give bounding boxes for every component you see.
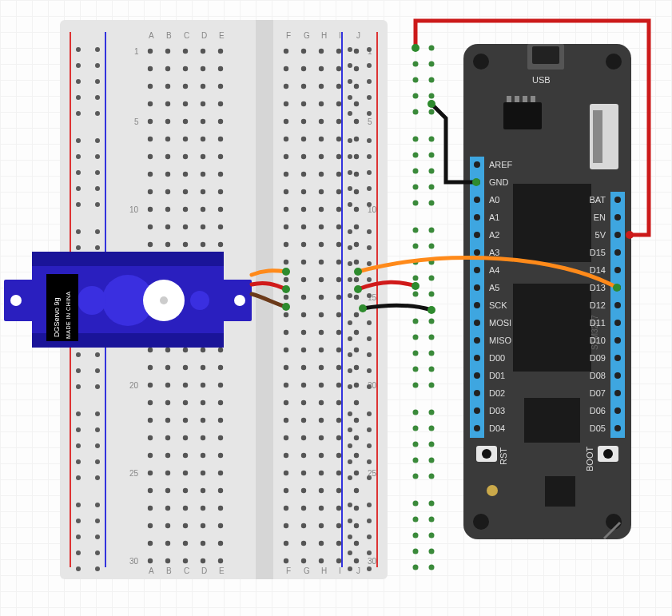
svg-point-322	[183, 541, 188, 546]
svg-point-375	[348, 186, 352, 191]
svg-point-582	[614, 390, 621, 396]
svg-text:H: H	[321, 31, 327, 40]
svg-point-106	[301, 154, 306, 159]
svg-point-513	[429, 517, 435, 523]
svg-point-185	[284, 295, 288, 300]
svg-point-551	[603, 449, 613, 459]
svg-point-303	[201, 506, 205, 511]
svg-point-434	[367, 459, 372, 464]
svg-point-499	[429, 383, 435, 388]
svg-point-256	[301, 418, 306, 423]
svg-point-230	[148, 383, 153, 387]
svg-point-98	[336, 137, 341, 141]
svg-point-514	[413, 533, 419, 539]
svg-point-177	[319, 277, 324, 282]
svg-point-521	[10, 295, 22, 306]
svg-point-437	[95, 475, 100, 480]
svg-point-440	[76, 503, 81, 507]
mcu-pin-d02: D02	[489, 388, 505, 398]
svg-text:J: J	[356, 566, 360, 575]
svg-point-390	[367, 261, 372, 266]
svg-point-186	[301, 295, 306, 300]
svg-point-398	[367, 293, 372, 298]
svg-point-150	[148, 242, 153, 247]
svg-point-501	[429, 410, 435, 415]
svg-point-168	[336, 260, 341, 264]
svg-text:H: H	[321, 566, 327, 575]
svg-text:5: 5	[134, 117, 139, 126]
svg-point-290	[148, 488, 153, 493]
svg-point-56	[301, 66, 306, 71]
svg-point-494	[413, 351, 419, 356]
svg-point-585	[412, 44, 420, 52]
usb-label: USB	[532, 75, 551, 85]
svg-point-310	[148, 523, 153, 528]
svg-rect-524	[32, 252, 224, 266]
svg-point-271	[165, 453, 170, 458]
svg-point-213	[201, 348, 205, 352]
svg-point-117	[319, 172, 324, 177]
svg-point-565	[474, 355, 480, 361]
svg-point-590	[412, 282, 420, 290]
svg-point-495	[429, 351, 435, 356]
svg-point-572	[614, 214, 621, 221]
svg-point-100	[148, 154, 153, 159]
svg-point-207	[319, 330, 324, 335]
svg-point-248	[336, 400, 341, 405]
svg-point-363	[348, 138, 352, 143]
svg-point-69	[354, 84, 359, 89]
mcu-chip-main	[513, 284, 591, 372]
svg-point-461	[429, 46, 435, 51]
svg-point-72	[183, 101, 188, 106]
svg-point-566	[474, 372, 480, 379]
mcu-board: USB STM32F7 RST BOOT AREFGNDA0A1A2A3A	[463, 44, 631, 539]
svg-point-199	[354, 312, 359, 317]
svg-point-456	[76, 566, 81, 571]
svg-point-74	[218, 101, 223, 106]
mcu-pin-sck: SCK	[489, 300, 507, 310]
svg-point-415	[348, 368, 352, 373]
svg-rect-542	[503, 102, 542, 129]
svg-point-450	[367, 535, 372, 539]
svg-point-50	[148, 66, 153, 71]
svg-point-469	[429, 109, 435, 115]
svg-point-588	[354, 285, 362, 293]
svg-point-279	[354, 453, 359, 458]
svg-point-151	[165, 242, 170, 247]
svg-point-222	[183, 365, 188, 370]
svg-point-358	[367, 111, 372, 116]
svg-point-362	[367, 138, 372, 143]
svg-point-146	[301, 225, 306, 229]
svg-point-443	[348, 503, 352, 507]
svg-point-462	[413, 62, 419, 67]
svg-point-482	[413, 244, 419, 249]
svg-point-81	[165, 119, 170, 124]
svg-point-307	[319, 506, 324, 511]
svg-point-58	[336, 66, 341, 71]
svg-point-101	[165, 154, 170, 159]
svg-point-366	[367, 154, 372, 159]
svg-point-394	[367, 277, 372, 282]
mcu-chip-3	[524, 398, 580, 443]
svg-point-463	[429, 62, 435, 67]
svg-point-503	[429, 426, 435, 431]
svg-point-195	[284, 312, 288, 317]
svg-text:E: E	[219, 566, 225, 575]
svg-point-109	[354, 154, 359, 159]
svg-point-132	[183, 207, 188, 212]
svg-point-169	[354, 260, 359, 264]
svg-point-260	[148, 435, 153, 440]
svg-point-384	[76, 245, 81, 250]
svg-point-441	[95, 503, 100, 507]
svg-point-402	[367, 320, 372, 325]
svg-point-253	[201, 418, 205, 423]
svg-point-432	[76, 459, 81, 464]
svg-point-251	[165, 418, 170, 423]
svg-point-53	[201, 66, 205, 71]
svg-point-233	[201, 383, 205, 387]
svg-point-455	[348, 550, 352, 555]
svg-point-411	[348, 352, 352, 357]
svg-point-217	[319, 348, 324, 352]
svg-point-178	[336, 277, 341, 282]
svg-point-216	[301, 348, 306, 352]
